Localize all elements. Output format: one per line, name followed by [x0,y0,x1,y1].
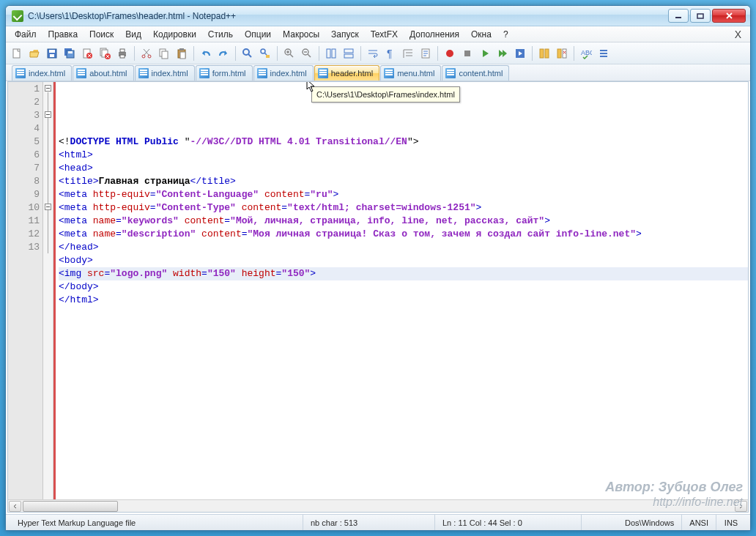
mdi-close-button[interactable]: X [729,29,747,40]
close-button[interactable] [712,9,746,23]
tab-index-2[interactable]: index.html [135,65,195,81]
menu-textfx[interactable]: TextFX [365,28,404,41]
menu-view[interactable]: Вид [119,28,147,41]
save-icon [46,48,58,59]
show-all-chars-button[interactable]: ¶ [382,45,399,62]
tab-index-3[interactable]: index.html [253,65,314,81]
copy-button[interactable] [156,45,172,62]
menu-plugins[interactable]: Дополнения [404,28,465,41]
function-list-button[interactable] [596,45,612,62]
spellcheck-button[interactable]: ABC [578,45,594,62]
cut-button[interactable] [138,45,155,62]
svg-text:¶: ¶ [387,48,393,59]
close-icon [725,12,733,19]
tab-label: index.html [270,69,307,78]
toolbar-separator [437,46,438,61]
save-macro-icon [514,48,526,59]
menu-macros[interactable]: Макросы [277,28,325,41]
macro-playmulti-button[interactable] [494,45,511,62]
paste-button[interactable] [174,45,190,62]
compare-button[interactable] [536,45,552,62]
find-button[interactable] [240,45,256,62]
menu-style[interactable]: Стиль [202,28,239,41]
menu-windows[interactable]: Окна [465,28,497,41]
wordwrap-button[interactable] [365,45,381,62]
print-button[interactable] [114,45,130,62]
tab-header[interactable]: header.html [314,65,379,81]
menu-options[interactable]: Опции [239,28,277,41]
open-file-button[interactable] [26,45,42,62]
menu-search[interactable]: Поиск [84,28,119,41]
fold-toggle[interactable] [45,204,51,210]
svg-rect-29 [327,49,330,58]
maximize-button[interactable] [690,9,711,23]
fold-toggle[interactable] [45,85,51,92]
svg-rect-20 [162,51,168,59]
svg-point-17 [142,55,145,58]
scroll-thumb[interactable] [23,501,118,512]
new-file-button[interactable] [9,45,25,62]
scroll-left-button[interactable] [9,501,21,512]
window-title: C:\Users\1\Desktop\Frames\header.html - … [28,11,667,21]
tab-content[interactable]: content.html [442,65,509,81]
userlang-button[interactable] [418,45,434,62]
tab-label: form.html [212,69,246,78]
scroll-track[interactable] [23,501,733,512]
tab-label: content.html [459,69,503,78]
svg-point-18 [148,55,151,58]
menu-encoding[interactable]: Кодировки [147,28,202,41]
fold-gutter[interactable] [43,82,53,499]
menubar: Файл Правка Поиск Вид Кодировки Стиль Оп… [6,26,750,42]
new-file-icon [11,48,23,59]
titlebar[interactable]: C:\Users\1\Desktop\Frames\header.html - … [6,6,750,26]
sync-hscroll-button[interactable] [341,45,357,62]
scroll-right-button[interactable] [735,501,747,512]
zoom-in-button[interactable] [281,45,297,62]
fold-toggle[interactable] [45,111,51,118]
paste-icon [176,48,188,59]
macro-record-button[interactable] [442,45,458,62]
svg-rect-8 [68,51,73,53]
status-position: Ln : 11 Col : 44 Sel : 0 [435,515,582,530]
close-all-button[interactable] [97,45,113,62]
status-nbchar: nb char : 513 [303,515,435,530]
compare-icon [538,48,550,59]
undo-button[interactable] [198,45,214,62]
tab-form[interactable]: form.html [196,65,253,81]
code-area[interactable]: C:\Users\1\Desktop\Frames\index.html <!D… [56,82,748,499]
svg-rect-22 [179,48,184,51]
doc-icon [420,48,431,59]
file-icon [318,68,328,78]
sync-vscroll-button[interactable] [323,45,339,62]
svg-rect-0 [675,17,681,18]
close-file-icon [81,48,93,59]
spellcheck-icon: ABC [580,48,592,59]
status-encoding: ANSI [682,515,716,530]
macro-play-button[interactable] [477,45,493,62]
macro-save-button[interactable] [512,45,528,62]
horizontal-scrollbar[interactable] [8,499,748,512]
menu-file[interactable]: Файл [9,28,42,41]
tab-about[interactable]: about.html [73,65,133,81]
svg-rect-4 [49,50,55,53]
tab-index-1[interactable]: index.html [12,65,72,81]
minimize-button[interactable] [668,9,689,23]
menu-run[interactable]: Запуск [325,28,365,41]
svg-text:ABC: ABC [581,49,592,56]
toolbar: ¶ ABC [6,42,750,64]
redo-button[interactable] [215,45,231,62]
zoom-out-button[interactable] [299,45,315,62]
replace-button[interactable] [257,45,273,62]
tab-menu[interactable]: menu.html [380,65,441,81]
save-all-button[interactable] [62,45,78,62]
svg-rect-39 [545,49,549,58]
file-icon [138,68,149,78]
macro-stop-button[interactable] [459,45,475,62]
file-icon [76,68,86,78]
clear-compare-button[interactable] [554,45,570,62]
menu-help[interactable]: ? [497,28,514,41]
indent-guide-button[interactable] [400,45,416,62]
save-button[interactable] [44,45,60,62]
menu-edit[interactable]: Правка [42,28,84,41]
close-file-button[interactable] [79,45,95,62]
